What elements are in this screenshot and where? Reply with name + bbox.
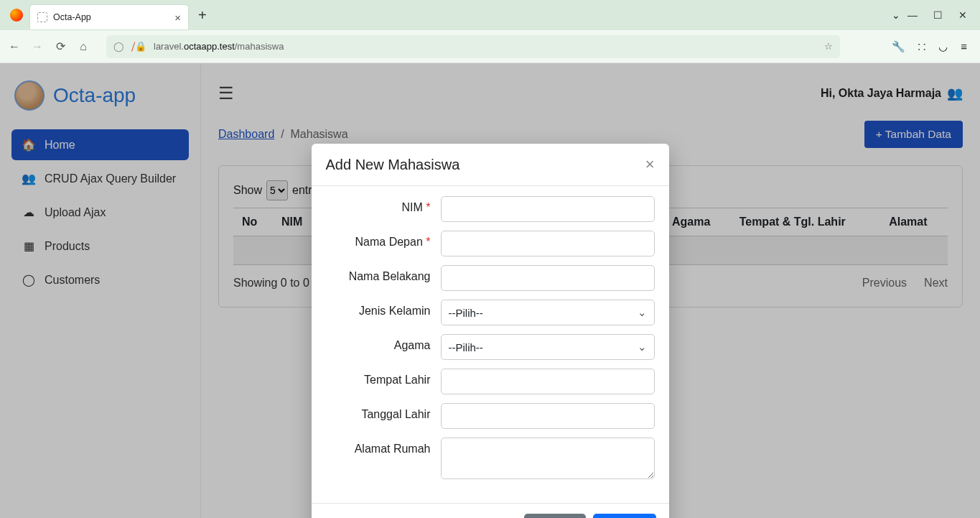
firefox-icon bbox=[10, 9, 23, 22]
modal-close-icon[interactable]: × bbox=[645, 155, 655, 174]
chevron-down-icon: ⌄ bbox=[638, 306, 647, 319]
tab-favicon bbox=[37, 12, 47, 22]
browser-toolbar: ← → ⟳ ⌂ ◯ ⧸🔒 laravel.octaapp.test/mahasi… bbox=[0, 30, 980, 63]
reload-icon[interactable]: ⟳ bbox=[53, 40, 67, 53]
select-agama[interactable]: --Pilih-- ⌄ bbox=[441, 334, 655, 360]
forward-icon[interactable]: → bbox=[30, 40, 45, 53]
window-maximize-icon[interactable]: ☐ bbox=[933, 9, 943, 21]
modal-close-button[interactable]: ✕ Close bbox=[524, 514, 587, 518]
label-nama-depan: Nama Depan bbox=[355, 236, 423, 248]
tab-close-icon[interactable]: × bbox=[174, 11, 181, 24]
back-icon[interactable]: ← bbox=[7, 40, 22, 53]
input-tempat-lahir[interactable] bbox=[441, 369, 655, 394]
modal-title: Add New Mahasiswa bbox=[326, 157, 460, 173]
window-close-icon[interactable]: ✕ bbox=[958, 9, 967, 21]
chevron-down-icon: ⌄ bbox=[638, 341, 647, 353]
select-jenis-kelamin[interactable]: --Pilih-- ⌄ bbox=[441, 300, 655, 325]
menu-hamburger-icon[interactable]: ≡ bbox=[961, 40, 967, 53]
input-alamat-rumah[interactable] bbox=[441, 438, 655, 479]
label-jenis-kelamin: Jenis Kelamin bbox=[359, 305, 431, 317]
url-bar[interactable]: ◯ ⧸🔒 laravel.octaapp.test/mahasiswa ☆ bbox=[106, 35, 840, 58]
home-toolbar-icon[interactable]: ⌂ bbox=[76, 40, 90, 53]
window-minimize-icon[interactable]: — bbox=[907, 9, 918, 21]
pocket-icon[interactable]: ◡ bbox=[938, 40, 948, 53]
label-tanggal-lahir: Tanggal Lahir bbox=[361, 408, 430, 420]
input-nama-depan[interactable] bbox=[441, 231, 655, 256]
app-root: Octa-app 🏠 Home 👥 CRUD Ajax Query Builde… bbox=[0, 63, 980, 518]
browser-titlebar: Octa-App × + ⌄ — ☐ ✕ bbox=[0, 0, 980, 30]
shield-icon: ◯ bbox=[113, 41, 124, 52]
input-nim[interactable] bbox=[441, 196, 655, 222]
url-text: laravel.octaapp.test/mahasiswa bbox=[154, 41, 817, 52]
label-nama-belakang: Nama Belakang bbox=[349, 270, 431, 282]
input-nama-belakang[interactable] bbox=[441, 265, 655, 291]
puzzle-icon[interactable]: ⸬ bbox=[918, 40, 925, 53]
new-tab-button[interactable]: + bbox=[198, 7, 207, 24]
add-mahasiswa-modal: Add New Mahasiswa × NIM * Nama Depan * N… bbox=[312, 144, 669, 518]
input-tanggal-lahir[interactable] bbox=[441, 403, 655, 429]
label-agama: Agama bbox=[394, 339, 431, 351]
modal-save-button[interactable]: Save bbox=[593, 514, 655, 518]
browser-tab[interactable]: Octa-App × bbox=[30, 5, 188, 29]
tab-title: Octa-App bbox=[53, 12, 169, 22]
insecure-lock-icon: ⧸🔒 bbox=[131, 41, 146, 52]
label-nim: NIM bbox=[401, 201, 422, 213]
label-tempat-lahir: Tempat Lahir bbox=[364, 374, 431, 386]
bookmark-star-icon[interactable]: ☆ bbox=[824, 41, 833, 52]
tabs-dropdown-icon[interactable]: ⌄ bbox=[892, 9, 900, 21]
label-alamat-rumah: Alamat Rumah bbox=[355, 443, 431, 455]
wrench-icon[interactable]: 🔧 bbox=[892, 40, 905, 53]
